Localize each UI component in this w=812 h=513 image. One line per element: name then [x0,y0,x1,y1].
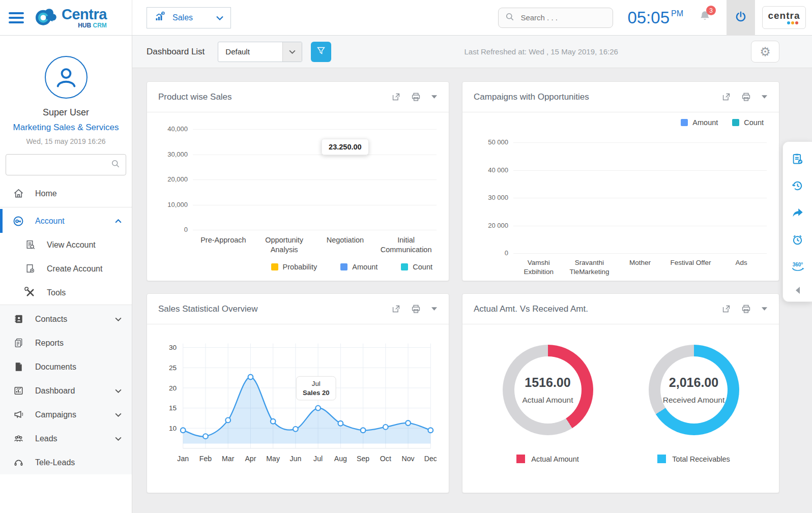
card-actions [391,304,438,314]
history-icon[interactable] [791,179,804,193]
open-external-icon[interactable] [391,92,401,102]
caret-down-icon[interactable] [761,95,768,99]
legend-count[interactable]: Count [732,118,764,127]
print-icon[interactable] [411,92,421,102]
sidebar-item-campaigns[interactable]: Campaigns [0,403,132,427]
product-sales-chart: 23.250.00 010,00020,00030,00040,000 Pre-… [147,112,449,281]
open-external-icon[interactable] [721,304,731,314]
global-search [498,8,613,28]
logo-hub-text: HUB [78,22,91,29]
sidebar-item-home[interactable]: Home [0,182,132,205]
svg-text:15: 15 [169,404,177,412]
sidebar-nav: Home Account View Accou [0,182,132,474]
module-selector-sales[interactable]: $ Sales [147,7,231,28]
legend-label: Actual Amount [531,455,579,463]
received-amount-donut-block: 2,016.00 Received Amount Total Receivabl… [621,345,767,463]
legend-actual-amount[interactable]: Actual Amount [516,455,579,463]
print-icon[interactable] [741,304,751,314]
view-360-icon[interactable]: 360° [790,260,805,273]
print-icon[interactable] [411,304,421,314]
tasks-clipboard-icon[interactable] [791,152,804,166]
svg-text:Sales 20: Sales 20 [303,389,330,397]
svg-text:Aug: Aug [334,455,347,463]
sidebar-item-account[interactable]: Account [0,209,132,233]
megaphone-icon [12,409,24,421]
logo-crm-text: CRM [93,22,107,29]
card-title: Sales Statistical Overview [158,304,258,314]
card-title: Actual Amt. Vs Received Amt. [474,304,588,314]
legend-amount[interactable]: Amount [681,118,718,127]
sidebar-item-reports[interactable]: Reports [0,331,132,355]
chevron-down-icon [282,42,302,62]
sidebar-item-view-account[interactable]: View Account [0,233,132,257]
sidebar-search-input[interactable] [11,160,110,169]
legend-probability[interactable]: Probability [271,263,317,271]
sidebar-item-create-account[interactable]: Create Account [0,257,132,281]
home-icon [12,188,24,200]
x-axis-label: Sravanthi TleMarketing [564,258,615,276]
svg-text:30: 30 [169,344,177,351]
chevron-up-icon [115,219,122,223]
hamburger-menu-icon[interactable] [9,12,24,23]
sidebar-item-dashboard[interactable]: Dashboard [0,379,132,403]
card-actual-vs-received: Actual Amt. Vs Received Amt. [462,293,779,493]
sidebar-item-label: Leads [35,434,57,443]
dashboard-select[interactable]: Default [218,42,302,62]
user-organization: Marketing Sales & Services [0,123,132,133]
tools-icon [24,287,36,299]
legend-count[interactable]: Count [401,263,432,271]
y-tick-label: 20,000 [153,175,188,183]
chevron-down-icon [115,413,122,417]
main-content: Dashboard List Default Last Refreshed at… [132,36,812,513]
svg-text:Jul: Jul [312,380,321,387]
user-profile: Super User Marketing Sales & Services We… [0,36,132,145]
search-input[interactable] [519,13,606,22]
card-title: Product wise Sales [158,92,232,102]
sidebar-search [6,154,126,175]
share-forward-icon[interactable] [791,206,804,220]
open-external-icon[interactable] [721,92,731,102]
y-tick-label: 30 000 [474,194,508,201]
centra-logo-text: centra [768,11,800,20]
svg-text:May: May [266,455,280,463]
caret-down-icon[interactable] [431,95,438,99]
header-left: Centra HUB CRM [0,0,132,35]
people-group-icon [12,433,24,445]
campaigns-chart: AmountCount 020 00030 00040 00050 000 Va… [462,112,779,281]
centra-account-logo[interactable]: centra [762,6,806,29]
open-external-icon[interactable] [391,304,401,314]
filter-button[interactable] [311,42,331,62]
clock-time: 05:05 [627,8,670,27]
notifications-bell-icon[interactable]: 3 [699,10,711,25]
caret-down-icon[interactable] [431,307,438,311]
chart-tooltip: 23.250.00 [322,139,369,155]
sidebar-item-tools[interactable]: Tools [0,281,132,305]
svg-text:Feb: Feb [199,455,212,463]
centra-logo-dots [787,21,798,24]
sidebar-item-label: View Account [47,240,96,250]
document-icon [12,361,24,373]
y-tick-label: 40,000 [153,125,188,133]
legend-amount[interactable]: Amount [340,263,378,271]
card-sales-statistical-overview: Sales Statistical Overview [147,293,449,493]
alarm-clock-icon[interactable] [791,233,804,247]
caret-down-icon[interactable] [761,307,768,311]
legend-total-receivables[interactable]: Total Receivables [657,455,730,463]
sidebar-item-contacts[interactable]: Contacts [0,307,132,331]
card-actions [391,92,438,102]
dashboard-settings-button[interactable]: ⚙ [751,41,779,63]
collapse-panel-icon[interactable] [794,286,801,294]
sidebar-item-tele-leads[interactable]: Tele-Leads [0,450,132,474]
card-header: Actual Amt. Vs Received Amt. [462,294,779,324]
x-axis-label: Initial Communication [375,235,437,255]
sidebar-item-documents[interactable]: Documents [0,355,132,379]
print-icon[interactable] [741,92,751,102]
search-icon [505,12,515,24]
logo-brand-text: Centra [62,7,107,22]
card-campaigns-opportunities: Campaigns with Opportunities [462,81,779,281]
sidebar-item-leads[interactable]: Leads [0,427,132,450]
logout-power-button[interactable] [727,0,755,36]
card-actions [721,304,768,314]
y-tick-label: 50 000 [474,138,508,146]
sidebar-item-label: Tele-Leads [35,458,75,467]
